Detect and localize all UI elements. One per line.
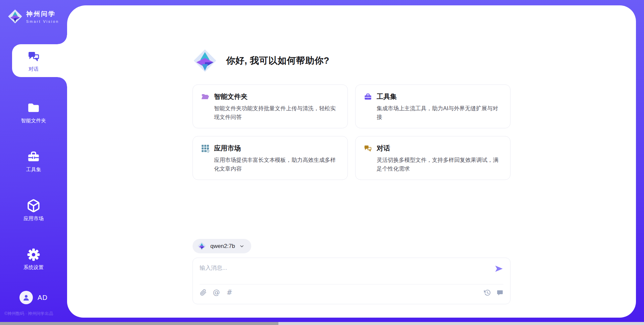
mention-button[interactable]: @: [213, 289, 220, 296]
card-title: 应用市场: [214, 144, 241, 153]
card-toolbox[interactable]: 工具集 集成市场上主流工具，助力AI与外界无缝扩展与对接: [355, 84, 511, 128]
feedback-button[interactable]: [496, 289, 503, 296]
assistant-logo-gem-icon: [193, 48, 217, 73]
message-input[interactable]: [200, 263, 490, 282]
greeting: 你好, 我可以如何帮助你?: [193, 48, 511, 73]
person-icon: [22, 294, 30, 302]
cube-icon: [26, 199, 41, 213]
sidebar-item-settings[interactable]: 系统设置: [0, 243, 67, 275]
sidebar: 神州问学 Smart Vision 对话 智能文件夹: [0, 0, 67, 325]
sidebar-item-label: 对话: [29, 66, 39, 72]
gear-icon: [26, 248, 41, 262]
card-description: 应用市场提供丰富长文本模板，助力高效生成多样化文章内容: [214, 155, 339, 173]
card-title: 智能文件夹: [214, 92, 248, 101]
horizontal-scrollbar-thumb[interactable]: [0, 322, 278, 325]
card-description: 智能文件夹功能支持批量文件上传与清洗，轻松实现文件问答: [214, 104, 339, 121]
send-button[interactable]: [494, 264, 503, 273]
sidebar-item-label: 系统设置: [23, 264, 44, 271]
topic-button[interactable]: #: [226, 289, 233, 296]
feature-cards: 智能文件夹 智能文件夹功能支持批量文件上传与清洗，轻松实现文件问答 工具集: [193, 84, 511, 180]
card-description: 灵活切换多模型文件，支持多样回复效果调试，满足个性化需求: [377, 155, 502, 173]
grid-icon: [201, 144, 210, 153]
user-chip[interactable]: AD: [0, 291, 67, 304]
sidebar-item-label: 工具集: [26, 167, 41, 173]
chat-bubbles-icon: [26, 49, 41, 63]
brand-subtitle: Smart Vision: [26, 19, 59, 23]
chat-bubble-icon: [496, 289, 503, 296]
main-panel: 你好, 我可以如何帮助你? 智能文件夹 智能文件夹功能支持批量文件上传与清洗，轻…: [67, 5, 636, 318]
card-app-market[interactable]: 应用市场 应用市场提供丰富长文本模板，助力高效生成多样化文章内容: [193, 136, 348, 180]
history-button[interactable]: [483, 289, 491, 296]
card-chat[interactable]: 对话 灵活切换多模型文件，支持多样回复效果调试，满足个性化需求: [355, 136, 511, 180]
model-selector[interactable]: qwen2:7b: [193, 239, 251, 253]
model-name: qwen2:7b: [210, 243, 235, 250]
card-smart-folders[interactable]: 智能文件夹 智能文件夹功能支持批量文件上传与清洗，轻松实现文件问答: [193, 84, 348, 128]
history-icon: [484, 289, 491, 296]
folder-icon: [26, 101, 41, 115]
greeting-text: 你好, 我可以如何帮助你?: [226, 55, 329, 67]
brand-name: 神州问学: [26, 10, 59, 18]
card-title: 工具集: [377, 92, 397, 101]
send-icon: [494, 264, 503, 273]
model-logo-gem-icon: [197, 242, 206, 251]
sidebar-item-marketplace[interactable]: 应用市场: [0, 194, 67, 226]
card-description: 集成市场上主流工具，助力AI与外界无缝扩展与对接: [377, 104, 502, 121]
sidebar-item-folders[interactable]: 智能文件夹: [0, 96, 67, 129]
chat-icon: [364, 144, 372, 153]
brand-text: 神州问学 Smart Vision: [26, 10, 59, 23]
horizontal-scrollbar: [0, 322, 644, 325]
briefcase-icon: [364, 92, 372, 101]
card-title: 对话: [377, 144, 390, 153]
user-name: AD: [38, 294, 48, 302]
brand: 神州问学 Smart Vision: [0, 0, 67, 24]
toolbox-icon: [26, 150, 41, 164]
attach-button[interactable]: [200, 289, 207, 296]
chevron-down-icon: [239, 244, 245, 249]
sidebar-item-label: 应用市场: [23, 215, 44, 222]
brand-logo-gem-icon: [7, 9, 23, 24]
hash-icon: #: [226, 289, 232, 296]
sidebar-footer: ©神州数码 · 神州问学出品: [4, 311, 53, 317]
paperclip-icon: [200, 289, 207, 296]
sidebar-item-chat[interactable]: 对话: [0, 44, 67, 77]
avatar: [19, 291, 33, 304]
folder-open-icon: [201, 92, 210, 101]
sidebar-item-toolbox[interactable]: 工具集: [0, 145, 67, 178]
sidebar-item-label: 智能文件夹: [21, 118, 46, 124]
at-icon: @: [213, 289, 220, 296]
message-composer: @ #: [193, 258, 511, 304]
